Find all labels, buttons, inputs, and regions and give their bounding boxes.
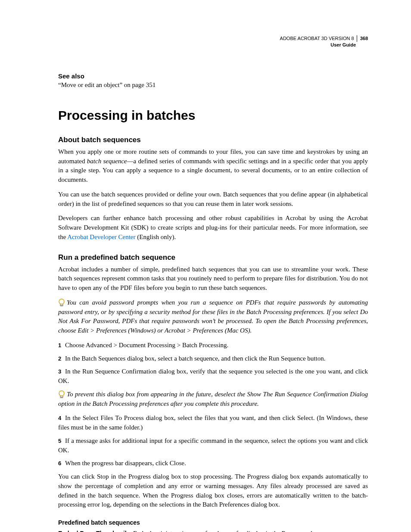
header-product: ADOBE ACROBAT 3D VERSION 8 — [280, 35, 357, 42]
tip-block: You can avoid password prompts when you … — [58, 298, 368, 336]
page-header: ADOBE ACROBAT 3D VERSION 8 368 User Guid… — [58, 35, 368, 49]
step-number: 5 — [58, 437, 65, 445]
tip-block: To prevent this dialog box from appearin… — [58, 390, 368, 409]
definition-text: Embeds miniature images of each page for… — [133, 530, 314, 532]
step-text: When the progress bar disappears, click … — [65, 460, 186, 467]
tip-text: To prevent this dialog box from appearin… — [58, 390, 368, 409]
body-paragraph: Acrobat includes a number of simple, pre… — [58, 265, 368, 293]
body-paragraph: When you apply one or more routine sets … — [58, 147, 368, 185]
step-line: 4In the Select Files To Process dialog b… — [58, 414, 368, 432]
text-italic: batch sequence — [87, 158, 127, 165]
lightbulb-icon — [58, 390, 65, 399]
step-line: 3In the Run Sequence Confirmation dialog… — [58, 367, 368, 386]
body-paragraph: You can use the batch sequences provided… — [58, 190, 368, 209]
step-line: 5If a message asks for additional input … — [58, 436, 368, 455]
developer-center-link[interactable]: Acrobat Developer Center — [67, 233, 135, 240]
step-text: In the Batch Sequences dialog box, selec… — [65, 355, 325, 362]
body-paragraph: You can click Stop in the Progress dialo… — [58, 472, 368, 510]
page-title: Processing in batches — [58, 108, 368, 123]
about-batch-heading: About batch sequences — [58, 136, 368, 144]
definition-term: Embed Page Thumbnails — [58, 530, 130, 532]
predefined-sequences-heading: Predefined batch sequences — [58, 519, 368, 526]
step-number: 3 — [58, 368, 65, 376]
step-line: 6When the progress bar disappears, click… — [58, 459, 368, 468]
step-number: 6 — [58, 460, 65, 468]
step-line: 1Choose Advanced > Document Processing >… — [58, 341, 368, 350]
body-paragraph: Developers can further enhance batch pro… — [58, 214, 368, 242]
run-predefined-heading: Run a predefined batch sequence — [58, 253, 368, 262]
step-text: In the Run Sequence Confirmation dialog … — [58, 368, 368, 384]
see-also-link-text[interactable]: “Move or edit an object” on page 351 — [58, 81, 368, 89]
step-number: 2 — [58, 355, 65, 363]
step-line: 2In the Batch Sequences dialog box, sele… — [58, 354, 368, 364]
step-text: If a message asks for additional input f… — [58, 437, 368, 454]
step-number: 1 — [58, 342, 65, 350]
text-run: (English only). — [136, 233, 176, 240]
step-text: Choose Advanced > Document Processing > … — [65, 342, 228, 348]
lightbulb-icon — [58, 299, 65, 307]
see-also-heading: See also — [58, 72, 368, 80]
tip-text: You can avoid password prompts when you … — [58, 298, 368, 336]
step-text: In the Select Files To Process dialog bo… — [58, 414, 368, 431]
step-number: 4 — [58, 414, 65, 423]
definition-line: Embed Page Thumbnails Embeds miniature i… — [58, 529, 368, 532]
header-doc-title: User Guide — [58, 42, 368, 48]
header-page-number: 368 — [360, 36, 368, 41]
